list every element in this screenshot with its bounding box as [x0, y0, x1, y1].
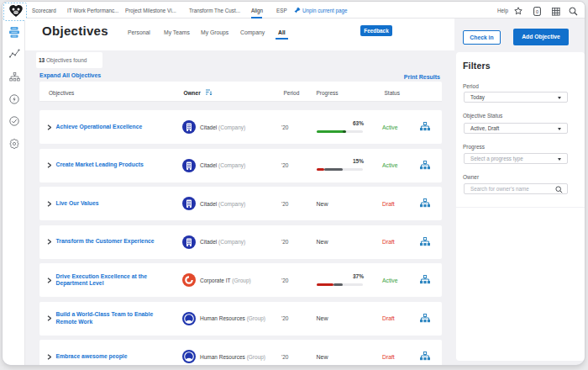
svg-text:0: 0 [536, 9, 538, 14]
